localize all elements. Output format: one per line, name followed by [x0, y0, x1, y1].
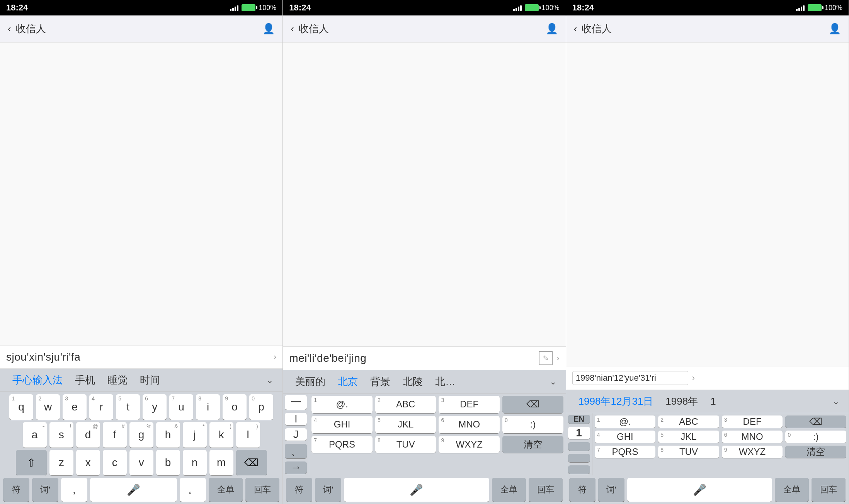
input-arrow-2[interactable]: › — [556, 353, 559, 363]
t9-key-3-jkl[interactable]: 5JKL — [658, 431, 719, 443]
t9-key-2-clear[interactable]: 清空 — [502, 436, 563, 453]
t9-en-badge[interactable]: EN — [568, 415, 590, 424]
person-icon-3[interactable]: 👤 — [829, 23, 841, 35]
back-button-1[interactable]: ‹ — [8, 23, 11, 35]
key-s[interactable]: !s — [49, 422, 73, 448]
t9-key-3-wxyz[interactable]: 9WXYZ — [722, 446, 783, 458]
back-button-2[interactable]: ‹ — [291, 23, 294, 35]
t9-key-3-mno[interactable]: 6MNO — [722, 431, 783, 443]
candidates-expand-1[interactable]: ⌄ — [263, 374, 276, 387]
candidates-expand-2[interactable]: ⌄ — [546, 375, 560, 388]
candidate-3-1[interactable]: 1998年 — [659, 393, 704, 410]
t9-side-key-3-4[interactable] — [568, 465, 590, 474]
key-m[interactable]: m — [209, 450, 233, 475]
key-k[interactable]: (k — [209, 422, 233, 448]
key-q[interactable]: 1q — [9, 394, 33, 420]
candidate-1-2[interactable]: 睡觉 — [101, 372, 134, 388]
key-o[interactable]: 9o — [223, 394, 247, 420]
t9-key-2-def[interactable]: 3DEF — [439, 396, 500, 413]
candidate-3-2[interactable]: 1 — [704, 394, 722, 409]
key-x[interactable]: x — [76, 450, 100, 475]
candidates-expand-3[interactable]: ⌄ — [829, 395, 842, 408]
key-period-1[interactable]: 。 — [180, 478, 206, 502]
t9-key-2-wxyz[interactable]: 9WXYZ — [439, 436, 500, 453]
key-sym-2[interactable]: 符 — [286, 478, 312, 502]
input-box-3[interactable]: 1998'nian'12'yue'31'ri — [572, 371, 688, 385]
key-u[interactable]: 7u — [169, 394, 193, 420]
edit-icon-2[interactable]: ✎ — [539, 351, 553, 365]
t9-key-2-1[interactable]: 1@. — [311, 396, 373, 413]
key-a[interactable]: ~a — [23, 422, 47, 448]
t9-key-2-ghi[interactable]: 4GHI — [311, 416, 373, 433]
t9-side-key-3-3[interactable] — [568, 454, 590, 462]
key-c[interactable]: c — [103, 450, 127, 475]
candidate-1-3[interactable]: 时间 — [134, 372, 166, 388]
t9-side-key-2-3[interactable]: 、 — [285, 444, 307, 458]
key-n[interactable]: n — [183, 450, 207, 475]
candidate-3-0[interactable]: 1998年12月31日 — [572, 393, 660, 410]
t9-key-3-del[interactable]: ⌫ — [785, 415, 846, 428]
key-mic-2[interactable]: 🎤 — [344, 478, 489, 502]
key-w[interactable]: 2w — [36, 394, 60, 420]
key-mic-1[interactable]: 🎤 — [90, 478, 177, 502]
key-shift[interactable]: ⇧ — [16, 450, 47, 475]
t9-key-2-del[interactable]: ⌫ — [502, 396, 563, 413]
key-y[interactable]: 6y — [143, 394, 167, 420]
candidate-2-4[interactable]: 北… — [429, 373, 461, 390]
t9-num1-key[interactable]: 1 — [568, 427, 590, 439]
t9-key-2-mno[interactable]: 6MNO — [439, 416, 500, 433]
t9-key-2-smiley[interactable]: 0:) — [502, 416, 563, 433]
key-enter-3[interactable]: 回车 — [812, 478, 846, 502]
key-comma-1[interactable]: , — [61, 478, 87, 502]
t9-key-3-smiley[interactable]: 0:) — [785, 431, 846, 443]
candidate-2-2[interactable]: 背景 — [364, 373, 396, 390]
key-l[interactable]: )l — [236, 422, 260, 448]
key-h[interactable]: &h — [156, 422, 180, 448]
key-quandan-2[interactable]: 全单 — [492, 478, 526, 502]
person-icon-2[interactable]: 👤 — [546, 23, 558, 35]
t9-key-3-pqrs[interactable]: 7PQRS — [595, 446, 656, 458]
key-ci-1[interactable]: 词' — [32, 478, 58, 502]
t9-key-3-ghi[interactable]: 4GHI — [595, 431, 656, 443]
candidate-2-1[interactable]: 北京 — [332, 373, 364, 390]
t9-key-2-abc[interactable]: 2ABC — [375, 396, 436, 413]
key-d[interactable]: @d — [76, 422, 100, 448]
t9-key-3-clear[interactable]: 清空 — [785, 446, 846, 458]
key-sym-1[interactable]: 符 — [3, 478, 29, 502]
t9-side-key-2-1[interactable]: l — [285, 413, 307, 425]
person-icon-1[interactable]: 👤 — [262, 23, 275, 35]
key-enter-1[interactable]: 回车 — [245, 478, 279, 502]
t9-key-3-tuv[interactable]: 8TUV — [658, 446, 719, 458]
t9-side-key-3-2[interactable] — [568, 442, 590, 451]
key-quandan-1[interactable]: 全单 — [209, 478, 243, 502]
candidate-1-1[interactable]: 手机 — [69, 372, 101, 388]
t9-side-key-2-4[interactable]: → — [285, 461, 307, 474]
key-quandan-3[interactable]: 全单 — [775, 478, 809, 502]
key-p[interactable]: 0p — [249, 394, 273, 420]
t9-key-3-def[interactable]: 3DEF — [722, 415, 783, 428]
key-v[interactable]: v — [129, 450, 153, 475]
key-mic-3[interactable]: 🎤 — [627, 478, 772, 502]
key-ci-3[interactable]: 词' — [598, 478, 624, 502]
key-b[interactable]: b — [156, 450, 180, 475]
key-f[interactable]: #f — [103, 422, 127, 448]
key-sym-3[interactable]: 符 — [569, 478, 595, 502]
t9-side-key-2-0[interactable]: 一 — [285, 395, 307, 410]
input-text-2[interactable]: mei'li'de'bei'jing — [289, 352, 535, 364]
t9-key-2-pqrs[interactable]: 7PQRS — [311, 436, 373, 453]
input-arrow-3[interactable]: › — [692, 373, 695, 383]
key-t[interactable]: 5t — [116, 394, 140, 420]
key-g[interactable]: %g — [129, 422, 153, 448]
back-button-3[interactable]: ‹ — [574, 23, 577, 35]
key-z[interactable]: z — [49, 450, 73, 475]
key-ci-2[interactable]: 词' — [315, 478, 341, 502]
key-e[interactable]: 3e — [63, 394, 87, 420]
key-r[interactable]: 4r — [89, 394, 113, 420]
candidate-2-0[interactable]: 美丽的 — [289, 373, 332, 390]
t9-key-2-tuv[interactable]: 8TUV — [375, 436, 436, 453]
candidate-1-0[interactable]: 手心输入法 — [6, 372, 69, 388]
key-enter-2[interactable]: 回车 — [529, 478, 563, 502]
key-delete[interactable]: ⌫ — [236, 450, 267, 475]
candidate-2-3[interactable]: 北陵 — [396, 373, 429, 390]
t9-key-3-abc[interactable]: 2ABC — [658, 415, 719, 428]
